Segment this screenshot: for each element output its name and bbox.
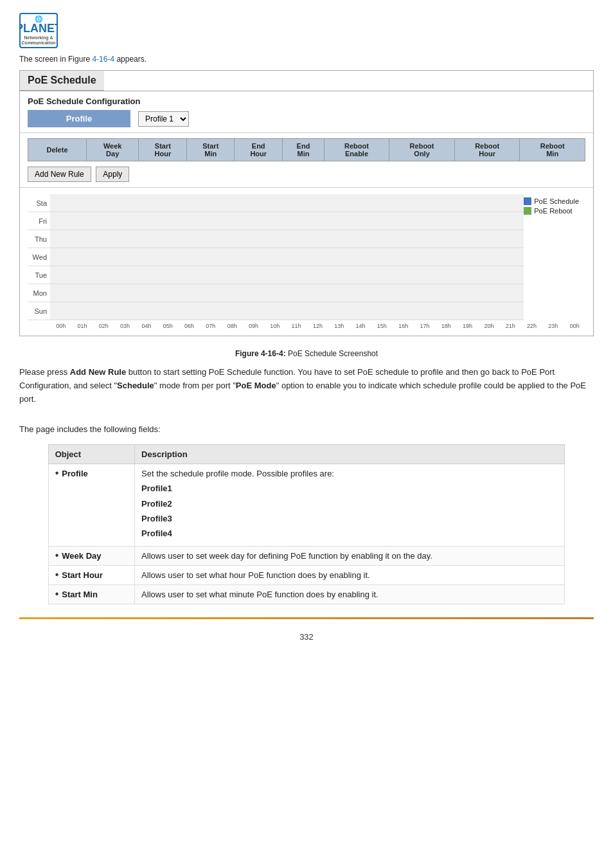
fields-col-description: Description (135, 445, 565, 464)
start-min-desc: Allows user to set what minute PoE funct… (141, 590, 378, 599)
chart-row-sun: Sun (28, 302, 524, 320)
apply-button[interactable]: Apply (96, 167, 129, 182)
profile-label: Profile (28, 110, 130, 127)
chart-row-mon: Mon (28, 284, 524, 302)
table-row-profile: • Profile Set the schedule profile mode.… (48, 464, 565, 547)
col-reboot-enable: RebootEnable (324, 139, 389, 161)
chart-label-wed: Wed (28, 253, 50, 261)
bullet-start-hour: • Start Hour (55, 570, 128, 580)
chart-grid: Sta Fri Thu Wed Tue (28, 194, 524, 320)
chart-row-thu: Thu (28, 230, 524, 248)
desc-week-day: Allows user to set week day for defining… (135, 546, 565, 565)
desc-start-hour: Allows user to set what hour PoE functio… (135, 565, 565, 584)
desc-start-min: Allows user to set what minute PoE funct… (135, 584, 565, 604)
profile2: Profile2 (141, 496, 558, 511)
chart-row-tue: Tue (28, 266, 524, 284)
add-new-rule-button[interactable]: Add New Rule (28, 167, 91, 182)
bullet-week-day: • Week Day (55, 551, 128, 561)
rules-table: Delete WeekDay StartHour StartMin EndHou… (28, 138, 585, 161)
bullet-dot-2: • (55, 550, 59, 561)
p1-pre: Please press (19, 367, 70, 377)
object-week-day: • Week Day (48, 546, 134, 565)
bullet-dot: • (55, 468, 59, 478)
chart-bar-sta (50, 194, 524, 212)
chart-label-mon: Mon (28, 289, 50, 297)
intro-text: The screen in Figure 4-16-4 appears. (19, 55, 594, 64)
legend-poe-reboot-box (524, 207, 531, 215)
col-delete: Delete (28, 139, 87, 161)
chart-row-sta: Sta (28, 194, 524, 212)
intro-suffix: appears. (114, 55, 147, 64)
logo-box: 🌐 PLANET Networking & Communication (19, 13, 58, 48)
chart-row-fri: Fri (28, 212, 524, 230)
chart-bar-tue (50, 266, 524, 284)
page-number: 332 (19, 632, 594, 642)
col-reboot-only: RebootOnly (389, 139, 455, 161)
profile1: Profile1 (141, 481, 558, 496)
start-hour-name: Start Hour (62, 570, 103, 580)
profile-name: Profile (62, 469, 87, 478)
chart-bar-sun (50, 302, 524, 320)
table-row-start-min: • Start Min Allows user to set what minu… (48, 584, 565, 604)
col-reboot-hour: RebootHour (454, 139, 520, 161)
legend-poe-reboot-label: PoE Reboot (534, 207, 572, 215)
desc-profile: Set the schedule profile mode. Possible … (135, 464, 565, 547)
body-para-2: The page includes the following fields: (19, 423, 594, 437)
chart-label-tue: Tue (28, 271, 50, 279)
fields-table: Object Description • Profile Set the sch… (48, 444, 565, 604)
p1-bold: Add New Rule (70, 367, 126, 377)
chart-label-thu: Thu (28, 235, 50, 243)
profile-sublist: Profile1 Profile2 Profile3 Profile4 (141, 481, 558, 541)
col-end-hour: EndHour (235, 139, 283, 161)
legend-poe-schedule: PoE Schedule (524, 197, 579, 205)
bullet-start-min: • Start Min (55, 590, 128, 599)
logo-area: 🌐 PLANET Networking & Communication (19, 13, 594, 48)
chart-label-fri: Fri (28, 217, 50, 225)
table-row-start-hour: • Start Hour Allows user to set what hou… (48, 565, 565, 584)
profile-desc-pre: Set the schedule profile mode. Possible … (141, 469, 558, 478)
col-start-min: StartMin (187, 139, 235, 161)
object-profile: • Profile (48, 464, 134, 547)
bullet-dot-4: • (55, 589, 59, 599)
start-hour-desc: Allows user to set what hour PoE functio… (141, 570, 370, 580)
chart-x-axis: 00h 01h 02h 03h 04h 05h 06h 07h 08h 09h … (50, 323, 585, 329)
chart-bar-fri (50, 212, 524, 230)
week-day-name: Week Day (62, 551, 101, 561)
chart-row-wed: Wed (28, 248, 524, 266)
chart-bar-mon (50, 284, 524, 302)
col-week-day: WeekDay (87, 139, 139, 161)
legend-poe-schedule-label: PoE Schedule (534, 197, 579, 205)
p1-bold3: PoE Mode (236, 381, 276, 390)
chart-bar-thu (50, 230, 524, 248)
table-row-week-day: • Week Day Allows user to set week day f… (48, 546, 565, 565)
bullet-dot-3: • (55, 570, 59, 580)
start-min-name: Start Min (62, 590, 98, 599)
poe-schedule-box: PoE Schedule PoE Schedule Configuration … (19, 70, 594, 336)
figure-link[interactable]: 4-16-4 (92, 55, 114, 64)
intro-pre: The screen in Figure (19, 55, 92, 64)
col-start-hour: StartHour (139, 139, 187, 161)
p1-post2: " mode from per port " (154, 381, 236, 390)
logo-planet: 🌐 PLANET Networking & Communication (19, 15, 58, 45)
figure-caption: Figure 4-16-4: PoE Schedule Screenshot (19, 349, 594, 358)
chart-label-sta: Sta (28, 199, 50, 207)
profile-row: Profile Profile 1 Profile 2 Profile 3 Pr… (28, 110, 585, 127)
object-start-hour: • Start Hour (48, 565, 134, 584)
fields-col-object: Object (48, 445, 134, 464)
profile4: Profile4 (141, 526, 558, 541)
week-day-desc: Allows user to set week day for defining… (141, 551, 432, 561)
col-end-min: EndMin (283, 139, 324, 161)
profile3: Profile3 (141, 511, 558, 526)
orange-bar (19, 617, 594, 619)
poe-config-section: PoE Schedule Configuration Profile Profi… (20, 91, 593, 133)
legend-poe-reboot: PoE Reboot (524, 207, 579, 215)
poe-config-title: PoE Schedule Configuration (28, 96, 585, 106)
object-start-min: • Start Min (48, 584, 134, 604)
profile-select[interactable]: Profile 1 Profile 2 Profile 3 Profile 4 (138, 111, 189, 127)
chart-legend: PoE Schedule PoE Reboot (524, 197, 579, 215)
chart-bar-wed (50, 248, 524, 266)
body-para-1: Please press Add New Rule button to star… (19, 366, 594, 406)
poe-schedule-title: PoE Schedule (20, 71, 104, 91)
bullet-profile: • Profile (55, 469, 128, 478)
chart-label-sun: Sun (28, 307, 50, 315)
